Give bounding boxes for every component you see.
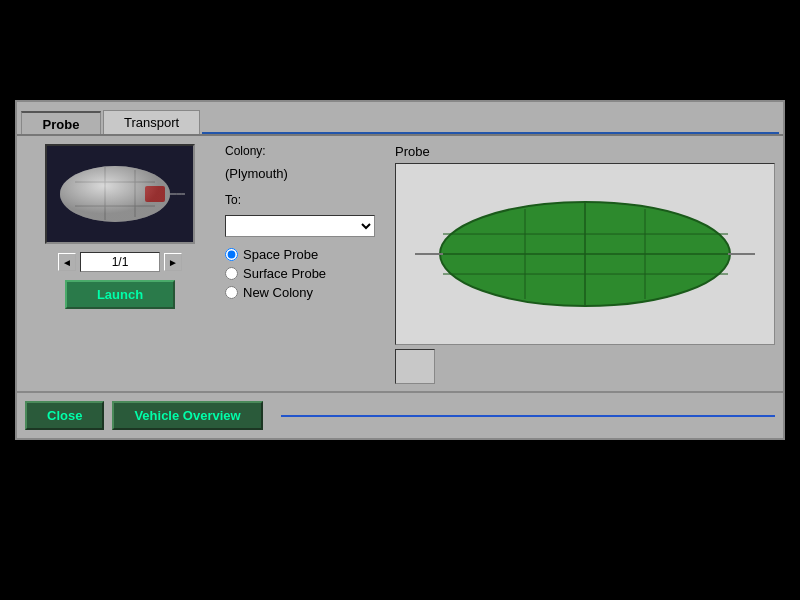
radio-new-colony[interactable]: New Colony	[225, 285, 385, 300]
main-window: Probe Transport	[15, 100, 785, 440]
colony-label: Colony:	[225, 144, 385, 158]
right-panel: Probe	[395, 144, 775, 384]
mid-panel: Colony: (Plymouth) To: Space Probe Surfa…	[225, 144, 385, 384]
probe-title: Probe	[395, 144, 775, 159]
radio-new-colony-input[interactable]	[225, 286, 238, 299]
radio-new-colony-label: New Colony	[243, 285, 313, 300]
bottom-blue-line	[281, 415, 775, 417]
colony-name: (Plymouth)	[225, 166, 385, 181]
radio-space-probe-input[interactable]	[225, 248, 238, 261]
nav-next-button[interactable]: ►	[164, 253, 182, 271]
nav-input[interactable]	[80, 252, 160, 272]
tab-transport[interactable]: Transport	[103, 110, 200, 134]
radio-group: Space Probe Surface Probe New Colony	[225, 247, 385, 300]
ship-svg	[55, 152, 185, 237]
radio-surface-probe-input[interactable]	[225, 267, 238, 280]
tab-line-decoration	[202, 106, 779, 134]
tab-bar: Probe Transport	[17, 102, 783, 136]
left-panel: ◄ ► Launch	[25, 144, 215, 384]
destination-dropdown[interactable]	[225, 215, 375, 237]
probe-display	[395, 163, 775, 345]
probe-small-display	[395, 349, 435, 384]
close-button[interactable]: Close	[25, 401, 104, 430]
svg-point-6	[60, 166, 170, 222]
radio-surface-probe-label: Surface Probe	[243, 266, 326, 281]
tab-probe[interactable]: Probe	[21, 111, 101, 134]
radio-space-probe[interactable]: Space Probe	[225, 247, 385, 262]
content-area: ◄ ► Launch Colony: (Plymouth) To: Space …	[17, 136, 783, 392]
arrow-left-icon: ◄	[62, 257, 72, 268]
nav-prev-button[interactable]: ◄	[58, 253, 76, 271]
vehicle-overview-button[interactable]: Vehicle Overview	[112, 401, 262, 430]
ship-image	[45, 144, 195, 244]
probe-visualization	[415, 189, 755, 319]
launch-button[interactable]: Launch	[65, 280, 175, 309]
radio-space-probe-label: Space Probe	[243, 247, 318, 262]
radio-surface-probe[interactable]: Surface Probe	[225, 266, 385, 281]
arrow-right-icon: ►	[168, 257, 178, 268]
navigator-row: ◄ ►	[58, 252, 182, 272]
bottom-bar: Close Vehicle Overview	[17, 391, 783, 438]
to-label: To:	[225, 193, 385, 207]
